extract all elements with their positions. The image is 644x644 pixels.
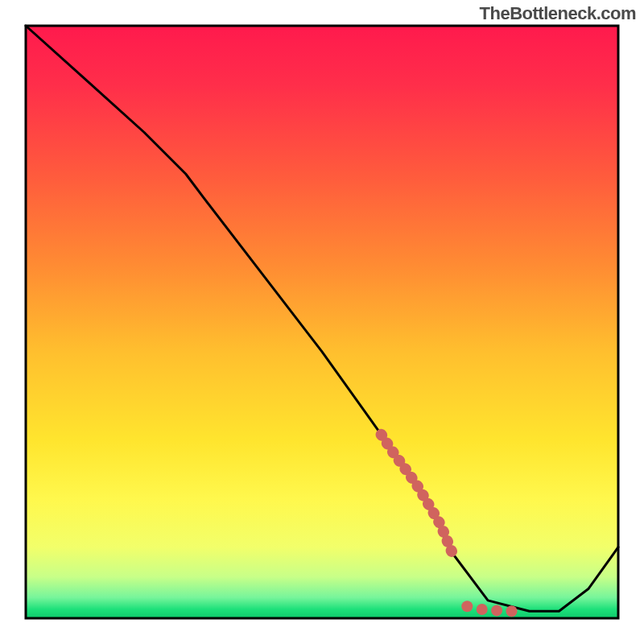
watermark-text: TheBottleneck.com <box>480 3 636 24</box>
dot-point <box>461 601 473 612</box>
plot-background <box>26 26 618 618</box>
dot-point <box>491 605 502 616</box>
dot-point <box>477 604 488 615</box>
dot-point <box>506 605 518 617</box>
bottleneck-chart: TheBottleneck.com <box>0 0 644 644</box>
chart-svg <box>0 0 644 644</box>
